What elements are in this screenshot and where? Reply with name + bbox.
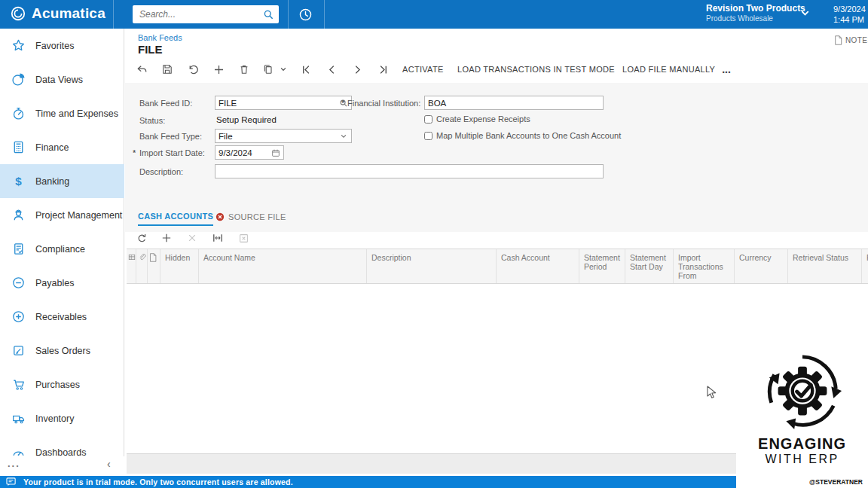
- tab-cash-accounts[interactable]: CASH ACCOUNTS: [138, 208, 213, 226]
- truck-icon: [11, 411, 26, 425]
- financial-institution-field[interactable]: [424, 96, 604, 110]
- business-date[interactable]: 9/3/2024 1:44 PM: [833, 4, 866, 25]
- sidebar-item-favorites[interactable]: Favorites: [0, 29, 124, 63]
- global-search[interactable]: [133, 5, 279, 23]
- map-multiple-accounts-checkbox[interactable]: Map Multiple Bank Accounts to One Cash A…: [424, 131, 621, 140]
- watermark-handle: @STEVERATNER: [809, 478, 863, 486]
- grid-settings-icon[interactable]: [127, 249, 136, 283]
- sidebar-item-banking[interactable]: $ Banking: [0, 164, 124, 198]
- import-start-date-input[interactable]: [215, 148, 271, 157]
- column-header-hidden[interactable]: Hidden: [160, 249, 199, 283]
- column-header-description[interactable]: Description: [367, 249, 497, 283]
- star-icon: [11, 38, 26, 53]
- delete-record-button[interactable]: [235, 59, 253, 79]
- column-header-statement-start-day[interactable]: Statement Start Day: [625, 249, 674, 283]
- description-field[interactable]: [215, 164, 604, 178]
- bank-feed-id-label: Bank Feed ID:: [139, 99, 192, 108]
- trial-message: Your product is in trial mode. Only two …: [23, 477, 293, 486]
- financial-institution-input[interactable]: [425, 99, 603, 108]
- load-transactions-test-mode-button[interactable]: LOAD TRANSACTIONS IN TEST MODE: [457, 59, 615, 79]
- import-start-date-label: Import Start Date:: [139, 148, 205, 157]
- tenant-company: Products Wholesale: [706, 14, 805, 23]
- column-header-retrieval-status[interactable]: Retrieval Status: [788, 249, 862, 283]
- activate-button[interactable]: ACTIVATE: [402, 59, 444, 79]
- copy-paste-menu-chevron-icon[interactable]: [277, 59, 289, 79]
- required-marker: *: [341, 99, 344, 108]
- file-icon[interactable]: [148, 249, 160, 283]
- notes-button[interactable]: NOTES: [834, 35, 868, 45]
- calendar-icon[interactable]: [271, 148, 283, 157]
- pencil-square-icon: [11, 343, 26, 358]
- calculator-icon: [11, 140, 26, 154]
- create-expense-receipts-checkbox[interactable]: Create Expense Receipts: [424, 114, 530, 124]
- copy-paste-button[interactable]: [259, 59, 277, 79]
- trial-message-icon: [6, 477, 17, 486]
- paperclip-icon[interactable]: [136, 249, 148, 283]
- bank-feed-type-label: Bank Feed Type:: [139, 132, 202, 141]
- column-header-account-name[interactable]: Account Name: [199, 249, 367, 283]
- tab-source-file[interactable]: SOURCE FILE: [215, 208, 286, 226]
- top-bar: Acumatica Revision Two Products Products…: [0, 0, 868, 29]
- sidebar-item-data-views[interactable]: Data Views: [0, 63, 124, 96]
- toolbar-more-button[interactable]: ...: [719, 59, 734, 79]
- required-marker: *: [133, 148, 136, 157]
- grid-add-row-button[interactable]: [157, 229, 176, 247]
- bank-feed-id-input[interactable]: [215, 99, 339, 108]
- checkbox[interactable]: [424, 115, 432, 124]
- status-label: Status:: [139, 116, 165, 125]
- go-first-button[interactable]: [297, 59, 315, 79]
- grid-export-excel-button[interactable]: [234, 229, 252, 247]
- column-header-currency[interactable]: Currency: [735, 249, 788, 283]
- page-title: FILE: [138, 43, 163, 56]
- chevron-down-icon[interactable]: [340, 133, 351, 140]
- search-icon[interactable]: [263, 9, 279, 20]
- svg-text:$: $: [15, 175, 22, 188]
- sidebar-item-receivables[interactable]: Receivables: [0, 300, 124, 334]
- description-input[interactable]: [215, 167, 603, 176]
- grid-refresh-button[interactable]: [133, 229, 151, 247]
- undo-button[interactable]: [184, 59, 202, 79]
- acumatica-logo[interactable]: Acumatica: [10, 5, 105, 22]
- brand-name: Acumatica: [32, 5, 105, 22]
- go-last-button[interactable]: [374, 59, 392, 79]
- column-header-statement-period[interactable]: Statement Period: [579, 249, 625, 283]
- checkbox[interactable]: [424, 132, 432, 140]
- sidebar-item-compliance[interactable]: Compliance: [0, 232, 124, 266]
- grid-header-row: Hidden Account Name Description Cash Acc…: [127, 249, 868, 284]
- sidebar-item-time-and-expenses[interactable]: Time and Expenses: [0, 96, 124, 130]
- save-button[interactable]: [158, 59, 176, 79]
- go-previous-button[interactable]: [322, 59, 341, 79]
- sidebar-more-button[interactable]: ...: [8, 458, 20, 469]
- business-date-icon[interactable]: [295, 5, 315, 23]
- go-next-button[interactable]: [348, 59, 366, 79]
- sidebar-item-inventory[interactable]: Inventory: [0, 401, 124, 435]
- load-file-manually-button[interactable]: LOAD FILE MANUALLY: [622, 59, 715, 79]
- bank-feed-type-select[interactable]: [215, 129, 352, 143]
- sidebar-item-payables[interactable]: Payables: [0, 266, 124, 300]
- search-input[interactable]: [133, 9, 263, 20]
- bank-feed-type-input[interactable]: [215, 132, 340, 141]
- sidebar-item-purchases[interactable]: Purchases: [0, 368, 124, 401]
- column-header-import-transactions-from[interactable]: Import Transactions From: [674, 249, 735, 283]
- grid-fit-width-button[interactable]: [209, 229, 227, 247]
- breadcrumb[interactable]: Bank Feeds: [138, 33, 182, 42]
- tenant-name: Revision Two Products: [706, 3, 805, 14]
- topbar-divider: [324, 0, 325, 29]
- watermark-subtitle: WITH ERP: [736, 453, 868, 466]
- column-header-truncated[interactable]: Re: [862, 249, 868, 283]
- tenant-selector[interactable]: Revision Two Products Products Wholesale: [706, 3, 805, 23]
- watermark-title: ENGAGING: [736, 435, 868, 453]
- grid-delete-row-button[interactable]: [183, 229, 201, 247]
- sidebar-item-sales-orders[interactable]: Sales Orders: [0, 334, 124, 368]
- import-start-date-field[interactable]: [215, 145, 284, 160]
- document-check-icon: [11, 242, 26, 256]
- add-record-button[interactable]: [209, 59, 228, 79]
- chevron-down-icon[interactable]: [800, 8, 810, 18]
- bank-feed-id-field[interactable]: [215, 96, 352, 110]
- sidebar-collapse-icon[interactable]: ‹: [107, 458, 111, 470]
- sidebar-footer: ... ‹: [0, 456, 124, 476]
- sidebar-item-project-management[interactable]: Project Management: [0, 198, 124, 232]
- sidebar-item-finance[interactable]: Finance: [0, 130, 124, 164]
- column-header-cash-account[interactable]: Cash Account: [497, 249, 579, 283]
- back-button[interactable]: [133, 59, 151, 79]
